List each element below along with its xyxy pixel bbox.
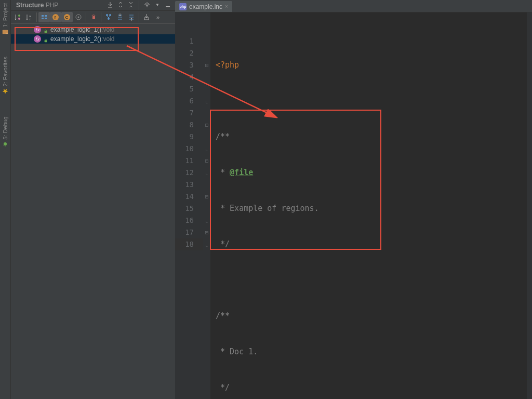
- line-number: 5: [175, 83, 203, 95]
- svg-point-24: [106, 14, 108, 16]
- line-number: 17: [175, 227, 203, 238]
- structure-item-example-logic-2[interactable]: ƒx example_logic_2():void: [11, 34, 175, 44]
- rail-project[interactable]: 1: Project: [2, 0, 8, 38]
- fold-marker-icon[interactable]: ⊟: [203, 155, 210, 167]
- group-methods-icon[interactable]: [38, 12, 50, 22]
- structure-item-label: example_logic_1():void: [50, 26, 114, 33]
- svg-rect-8: [166, 6, 170, 7]
- show-constants-icon[interactable]: C: [61, 12, 73, 22]
- svg-point-9: [18, 15, 20, 17]
- collapse-all-icon[interactable]: [127, 1, 135, 9]
- minimize-icon[interactable]: [164, 1, 172, 9]
- export-icon[interactable]: [141, 12, 152, 22]
- structure-title: Structure PHP: [16, 2, 106, 9]
- structure-item-example-logic-1[interactable]: ƒx example_logic_1():void: [11, 25, 175, 34]
- rail-favorites[interactable]: 2: Favorites: [2, 54, 8, 97]
- svg-point-22: [78, 17, 79, 18]
- svg-line-5: [6, 144, 7, 145]
- line-number: 4: [175, 71, 203, 83]
- separator: [139, 1, 139, 10]
- project-icon: [2, 29, 8, 35]
- fold-end-icon[interactable]: ⌞: [203, 143, 210, 155]
- fold-gutter: ⊟ ⌞ ⊟ ⌞ ⊟ ⌞ ⊟ ⌞ ⊟ ⌞: [203, 12, 210, 399]
- editor-body: 1 2 3 4 5 6 7 8 9 10 11 12 13 14 15 16 1…: [175, 12, 532, 399]
- fold-marker-icon[interactable]: ⊟: [203, 191, 210, 203]
- line-number: 2: [175, 47, 203, 59]
- fold-end-icon[interactable]: ⌞: [203, 95, 210, 107]
- sort-by-visibility-icon[interactable]: [12, 12, 23, 22]
- structure-title-main: Structure: [16, 2, 44, 9]
- svg-line-6: [3, 144, 4, 145]
- svg-rect-16: [45, 18, 47, 19]
- code-text: * Doc 1.: [216, 347, 258, 356]
- fold-end-icon[interactable]: ⌞: [203, 215, 210, 227]
- structure-title-sub: PHP: [46, 2, 59, 9]
- autoscroll-from-source-icon[interactable]: [126, 12, 137, 22]
- chevron-down-icon[interactable]: ▼: [153, 1, 162, 9]
- line-number: 13: [175, 179, 203, 191]
- gear-icon[interactable]: [143, 1, 151, 9]
- code-text: */: [216, 383, 230, 392]
- fold-end-icon[interactable]: ⌞: [203, 238, 210, 250]
- svg-text:f: f: [55, 15, 56, 20]
- close-icon[interactable]: ×: [225, 4, 228, 9]
- autoscroll-to-source-icon[interactable]: [114, 12, 126, 22]
- line-number: 14: [175, 191, 203, 203]
- fold-marker-icon[interactable]: ⊟: [203, 227, 210, 238]
- separator: [139, 12, 139, 22]
- separator: [36, 12, 37, 22]
- rail-debug-label: 5: Debug: [2, 116, 8, 140]
- lock-icon: [44, 37, 48, 41]
- line-number: 16: [175, 215, 203, 227]
- show-includes-icon[interactable]: [103, 12, 114, 22]
- svg-rect-13: [42, 15, 44, 17]
- structure-toolbar: az f C »: [11, 11, 175, 24]
- error-stripe: [527, 12, 532, 399]
- line-number: 1: [175, 35, 203, 47]
- separator: [101, 12, 101, 22]
- fold-marker-icon[interactable]: ⊟: [203, 59, 210, 71]
- tab-filename: example.inc: [189, 3, 222, 10]
- tool-window-rail: 1: Project 2: Favorites 5: Debug: [0, 0, 11, 399]
- rail-project-label: 1: Project: [2, 3, 8, 27]
- structure-tree: ƒx example_logic_1():void ƒx example_log…: [11, 24, 175, 399]
- star-icon: [2, 88, 8, 95]
- code-text: /**: [216, 311, 230, 321]
- svg-point-7: [146, 4, 148, 6]
- structure-panel: Structure PHP ▼ az f C: [11, 0, 175, 399]
- line-number: 7: [175, 107, 203, 119]
- line-number: 12: [175, 167, 203, 179]
- code-area[interactable]: <?php /** * @file * Example of regions. …: [210, 12, 527, 399]
- scroll-from-source-icon[interactable]: [106, 1, 114, 9]
- lock-icon: [44, 28, 48, 32]
- svg-point-3: [4, 142, 7, 145]
- line-number: 3: [175, 59, 203, 71]
- code-text: /**: [216, 132, 230, 141]
- fold-marker-icon[interactable]: ⊟: [203, 119, 210, 131]
- svg-marker-2: [3, 89, 8, 94]
- show-inherited-icon[interactable]: [88, 12, 99, 22]
- php-file-icon: php: [179, 3, 187, 10]
- line-number: 11: [175, 155, 203, 167]
- function-icon: ƒx: [34, 35, 41, 43]
- editor-area: php example.inc × 1 2 3 4 5 6 7 8 9 10 1…: [175, 0, 532, 399]
- svg-text:z: z: [29, 18, 31, 21]
- show-fields-icon[interactable]: f: [50, 12, 61, 22]
- editor-tab-bar: php example.inc ×: [175, 0, 532, 12]
- svg-rect-23: [92, 16, 95, 19]
- fold-end-icon[interactable]: ⌞: [203, 167, 210, 179]
- more-icon[interactable]: »: [152, 12, 164, 22]
- tab-example-inc[interactable]: php example.inc ×: [175, 1, 232, 12]
- expand-all-icon[interactable]: [116, 1, 125, 9]
- rail-favorites-label: 2: Favorites: [2, 57, 8, 86]
- rail-debug[interactable]: 5: Debug: [2, 113, 8, 151]
- line-number: 10: [175, 143, 203, 155]
- separator: [86, 12, 86, 22]
- line-number: 6: [175, 95, 203, 107]
- line-number: 8: [175, 119, 203, 131]
- show-private-icon[interactable]: [73, 12, 84, 22]
- code-text: */: [216, 240, 230, 249]
- line-number: 15: [175, 203, 203, 215]
- sort-alphabetically-icon[interactable]: az: [23, 12, 35, 22]
- code-doctag: @file: [230, 168, 253, 177]
